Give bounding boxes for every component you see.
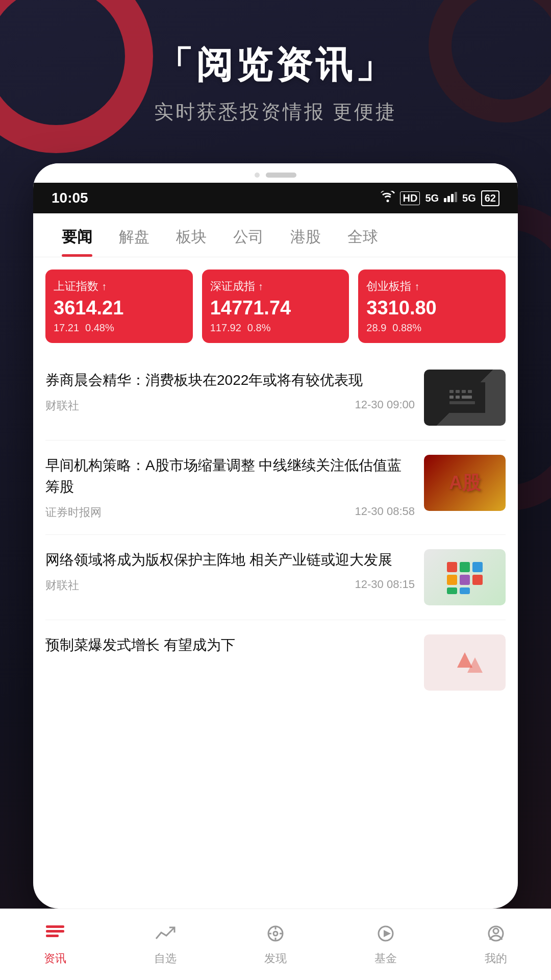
svg-rect-3 [455,192,457,202]
bottom-nav: 资讯 自选 发现 [0,909,551,980]
index-card-cyb[interactable]: 创业板指 ↑ 3310.80 28.9 0.88% [358,270,506,343]
svg-point-36 [493,928,498,934]
faxian-label: 发现 [264,951,287,966]
svg-rect-20 [460,587,470,594]
index-cards: 上证指数 ↑ 3614.21 17.21 0.48% 深证成指 ↑ 14771.… [33,257,518,355]
news-item-4[interactable]: 预制菜爆发式增长 有望成为下 [45,620,506,696]
signal-5g-1: 5G [425,192,439,204]
svg-rect-5 [449,390,454,393]
card-value-szcz: 14771.74 [210,297,341,319]
news-meta-3: 财联社 12-30 08:15 [45,578,415,593]
news-item-2[interactable]: 早间机构策略：A股市场缩量调整 中线继续关注低估值蓝筹股 证券时报网 12-30… [45,440,506,535]
svg-rect-19 [447,587,457,594]
zixun-label: 资讯 [44,951,66,966]
card-name-shzs: 上证指数 ↑ [54,279,185,294]
header-section: 「阅览资讯」 实时获悉投资情报 更便捷 [0,41,551,125]
svg-marker-34 [384,930,391,937]
news-content-1: 券商晨会精华：消费板块在2022年或将有较优表现 财联社 12-30 09:00 [45,370,415,413]
scroll-indicator [33,163,518,183]
news-time-2: 12-30 08:58 [355,505,415,520]
tab-yaoweng[interactable]: 要闻 [48,213,106,257]
dot-active [266,173,296,178]
news-thumb-4 [424,634,506,691]
bottom-nav-zixun[interactable]: 资讯 [0,923,110,966]
hd-icon: HD [400,191,420,205]
bottom-nav-faxian[interactable]: 发现 [220,923,331,966]
nav-tabs: 要闻 解盘 板块 公司 港股 全球 [33,213,518,257]
news-time-1: 12-30 09:00 [355,398,415,413]
card-name-szcz: 深证成指 ↑ [210,279,341,294]
news-time-3: 12-30 08:15 [355,578,415,593]
news-source-1: 财联社 [45,398,79,413]
wode-label: 我的 [485,951,507,966]
status-bar: 10:05 HD 5G 5G 62 [33,183,518,213]
svg-rect-17 [460,575,470,585]
news-meta-2: 证券时报网 12-30 08:58 [45,505,415,520]
dot-1 [255,173,260,178]
news-title-1: 券商晨会精华：消费板块在2022年或将有较优表现 [45,370,415,391]
news-item-3[interactable]: 网络领域将成为版权保护主阵地 相关产业链或迎大发展 财联社 12-30 08:1… [45,535,506,620]
thumb-astocks-text: A股 [449,471,481,496]
svg-point-28 [273,932,278,936]
bottom-nav-jijin[interactable]: 基金 [331,923,441,966]
news-meta-1: 财联社 12-30 09:00 [45,398,415,413]
svg-rect-14 [460,562,470,572]
phone-mockup: 10:05 HD 5G 5G 62 要闻 解盘 板 [33,163,518,909]
index-card-shzs[interactable]: 上证指数 ↑ 3614.21 17.21 0.48% [45,270,193,343]
card-name-cyb: 创业板指 ↑ [366,279,497,294]
status-time: 10:05 [52,190,88,206]
svg-rect-25 [46,930,64,933]
signal-bars [444,191,457,205]
card-value-cyb: 3310.80 [366,297,497,319]
wode-icon [486,923,506,948]
zixuan-label: 自选 [154,951,177,966]
svg-rect-24 [46,925,64,928]
signal-5g-2: 5G [462,192,476,204]
svg-rect-11 [462,396,472,399]
status-icons: HD 5G 5G 62 [381,190,499,206]
svg-rect-26 [46,935,59,937]
news-content-3: 网络领域将成为版权保护主阵地 相关产业链或迎大发展 财联社 12-30 08:1… [45,549,415,593]
svg-rect-16 [447,575,457,585]
tab-quanqiu[interactable]: 全球 [334,213,391,257]
bottom-nav-wode[interactable]: 我的 [441,923,551,966]
svg-rect-12 [449,401,475,404]
battery-icon: 62 [481,190,499,206]
news-item-1[interactable]: 券商晨会精华：消费板块在2022年或将有较优表现 财联社 12-30 09:00 [45,355,506,440]
news-source-3: 财联社 [45,578,79,593]
card-change-szcz: 117.92 0.8% [210,322,341,334]
svg-rect-2 [451,194,454,202]
svg-rect-15 [472,562,483,572]
svg-rect-6 [456,390,460,393]
news-content-4: 预制菜爆发式增长 有望成为下 [45,634,415,656]
card-change-cyb: 28.9 0.88% [366,322,497,334]
news-title-3: 网络领域将成为版权保护主阵地 相关产业链或迎大发展 [45,549,415,571]
jijin-label: 基金 [374,951,397,966]
tab-ganggu[interactable]: 港股 [277,213,334,257]
news-thumb-2: A股 [424,455,506,511]
header-subtitle: 实时获悉投资情报 更便捷 [0,99,551,125]
bottom-nav-zixuan[interactable]: 自选 [110,923,220,966]
tab-bankuai[interactable]: 板块 [163,213,220,257]
svg-rect-7 [462,390,466,393]
tab-gongsi[interactable]: 公司 [220,213,277,257]
zixun-icon [45,923,65,948]
card-change-shzs: 17.21 0.48% [54,322,185,334]
index-card-szcz[interactable]: 深证成指 ↑ 14771.74 117.92 0.8% [202,270,349,343]
card-value-shzs: 3614.21 [54,297,185,319]
svg-rect-9 [449,396,454,399]
news-source-2: 证券时报网 [45,505,102,520]
tab-jiepan[interactable]: 解盘 [106,213,163,257]
svg-rect-0 [444,198,446,202]
news-list: 券商晨会精华：消费板块在2022年或将有较优表现 财联社 12-30 09:00 [33,355,518,696]
svg-rect-1 [447,196,450,202]
news-thumb-1 [424,370,506,426]
news-title-4: 预制菜爆发式增长 有望成为下 [45,634,415,656]
news-content-2: 早间机构策略：A股市场缩量调整 中线继续关注低估值蓝筹股 证券时报网 12-30… [45,455,415,520]
zixuan-icon [155,923,176,948]
jijin-icon [375,923,396,948]
svg-rect-10 [456,396,460,399]
svg-rect-13 [447,562,457,572]
news-thumb-3 [424,549,506,605]
news-title-2: 早间机构策略：A股市场缩量调整 中线继续关注低估值蓝筹股 [45,455,415,498]
